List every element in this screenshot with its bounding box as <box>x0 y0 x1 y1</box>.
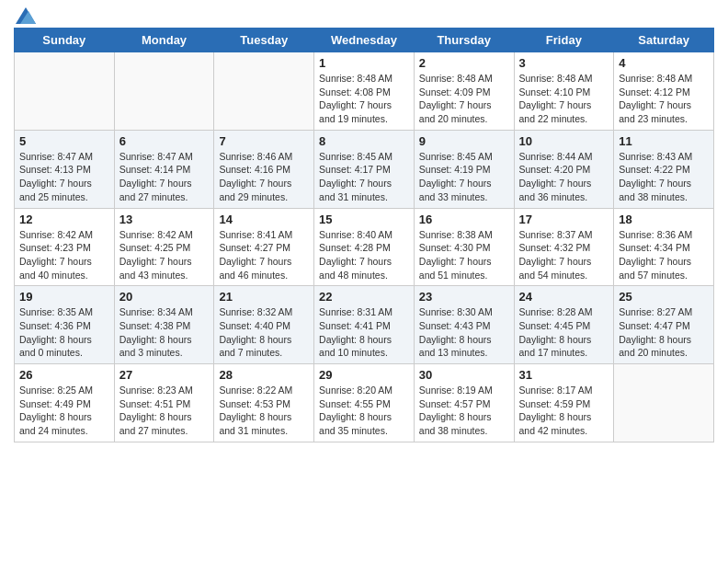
calendar-cell: 28Sunrise: 8:22 AM Sunset: 4:53 PM Dayli… <box>214 364 314 442</box>
day-info: Sunrise: 8:37 AM Sunset: 4:32 PM Dayligh… <box>519 228 609 282</box>
day-number: 3 <box>519 56 609 70</box>
calendar-cell: 25Sunrise: 8:27 AM Sunset: 4:47 PM Dayli… <box>614 286 714 364</box>
day-info: Sunrise: 8:46 AM Sunset: 4:16 PM Dayligh… <box>219 150 309 204</box>
calendar-cell: 8Sunrise: 8:45 AM Sunset: 4:17 PM Daylig… <box>314 130 415 208</box>
day-info: Sunrise: 8:19 AM Sunset: 4:57 PM Dayligh… <box>419 384 509 438</box>
day-number: 5 <box>19 134 109 148</box>
day-info: Sunrise: 8:31 AM Sunset: 4:41 PM Dayligh… <box>319 305 409 360</box>
day-info: Sunrise: 8:48 AM Sunset: 4:09 PM Dayligh… <box>419 72 509 126</box>
day-info: Sunrise: 8:30 AM Sunset: 4:43 PM Dayligh… <box>419 305 509 360</box>
day-number: 20 <box>119 290 210 304</box>
day-info: Sunrise: 8:22 AM Sunset: 4:53 PM Dayligh… <box>219 384 309 438</box>
day-number: 16 <box>419 213 509 226</box>
day-number: 24 <box>519 290 609 304</box>
day-header-tuesday: Tuesday <box>214 29 314 52</box>
day-info: Sunrise: 8:20 AM Sunset: 4:55 PM Dayligh… <box>319 384 409 438</box>
calendar-cell <box>15 52 115 131</box>
day-number: 4 <box>619 56 709 70</box>
day-number: 30 <box>419 368 509 382</box>
calendar-week-row: 26Sunrise: 8:25 AM Sunset: 4:49 PM Dayli… <box>15 364 714 442</box>
day-info: Sunrise: 8:48 AM Sunset: 4:10 PM Dayligh… <box>519 72 609 126</box>
logo <box>14 9 36 20</box>
day-info: Sunrise: 8:47 AM Sunset: 4:13 PM Dayligh… <box>19 150 109 204</box>
calendar-cell: 1Sunrise: 8:48 AM Sunset: 4:08 PM Daylig… <box>314 52 415 131</box>
day-info: Sunrise: 8:48 AM Sunset: 4:08 PM Dayligh… <box>319 72 409 126</box>
day-info: Sunrise: 8:36 AM Sunset: 4:34 PM Dayligh… <box>619 228 709 282</box>
calendar-cell: 12Sunrise: 8:42 AM Sunset: 4:23 PM Dayli… <box>15 208 115 286</box>
calendar-cell: 22Sunrise: 8:31 AM Sunset: 4:41 PM Dayli… <box>314 286 415 364</box>
calendar-cell: 31Sunrise: 8:17 AM Sunset: 4:59 PM Dayli… <box>514 364 614 442</box>
calendar-cell: 19Sunrise: 8:35 AM Sunset: 4:36 PM Dayli… <box>15 286 115 364</box>
day-info: Sunrise: 8:35 AM Sunset: 4:36 PM Dayligh… <box>19 305 109 360</box>
day-info: Sunrise: 8:17 AM Sunset: 4:59 PM Dayligh… <box>519 384 609 438</box>
calendar-cell: 5Sunrise: 8:47 AM Sunset: 4:13 PM Daylig… <box>15 130 115 208</box>
day-number: 12 <box>19 213 109 226</box>
calendar-cell: 14Sunrise: 8:41 AM Sunset: 4:27 PM Dayli… <box>214 208 314 286</box>
calendar-cell: 20Sunrise: 8:34 AM Sunset: 4:38 PM Dayli… <box>114 286 214 364</box>
day-number: 10 <box>519 134 609 148</box>
calendar-cell: 15Sunrise: 8:40 AM Sunset: 4:28 PM Dayli… <box>314 208 415 286</box>
calendar-cell: 6Sunrise: 8:47 AM Sunset: 4:14 PM Daylig… <box>114 130 214 208</box>
calendar-cell: 3Sunrise: 8:48 AM Sunset: 4:10 PM Daylig… <box>514 52 614 131</box>
calendar-cell: 30Sunrise: 8:19 AM Sunset: 4:57 PM Dayli… <box>414 364 514 442</box>
calendar-cell <box>214 52 314 131</box>
calendar-cell: 7Sunrise: 8:46 AM Sunset: 4:16 PM Daylig… <box>214 130 314 208</box>
day-info: Sunrise: 8:48 AM Sunset: 4:12 PM Dayligh… <box>619 72 709 126</box>
day-number: 9 <box>419 134 509 148</box>
day-info: Sunrise: 8:40 AM Sunset: 4:28 PM Dayligh… <box>319 228 409 282</box>
day-number: 8 <box>319 134 409 148</box>
day-header-saturday: Saturday <box>614 29 714 52</box>
calendar-week-row: 5Sunrise: 8:47 AM Sunset: 4:13 PM Daylig… <box>15 130 714 208</box>
day-number: 31 <box>519 368 609 382</box>
day-number: 19 <box>19 290 109 304</box>
calendar-cell: 2Sunrise: 8:48 AM Sunset: 4:09 PM Daylig… <box>414 52 514 131</box>
day-number: 17 <box>519 213 609 226</box>
calendar-cell: 4Sunrise: 8:48 AM Sunset: 4:12 PM Daylig… <box>614 52 714 131</box>
day-info: Sunrise: 8:25 AM Sunset: 4:49 PM Dayligh… <box>19 384 109 438</box>
day-number: 28 <box>219 368 309 382</box>
day-number: 13 <box>119 213 210 226</box>
calendar-cell: 18Sunrise: 8:36 AM Sunset: 4:34 PM Dayli… <box>614 208 714 286</box>
calendar-cell: 10Sunrise: 8:44 AM Sunset: 4:20 PM Dayli… <box>514 130 614 208</box>
day-info: Sunrise: 8:34 AM Sunset: 4:38 PM Dayligh… <box>119 305 210 360</box>
day-number: 22 <box>319 290 409 304</box>
calendar-cell: 29Sunrise: 8:20 AM Sunset: 4:55 PM Dayli… <box>314 364 415 442</box>
day-number: 7 <box>219 134 309 148</box>
day-header-monday: Monday <box>114 29 214 52</box>
day-number: 29 <box>319 368 409 382</box>
calendar-week-row: 19Sunrise: 8:35 AM Sunset: 4:36 PM Dayli… <box>15 286 714 364</box>
calendar-cell: 24Sunrise: 8:28 AM Sunset: 4:45 PM Dayli… <box>514 286 614 364</box>
calendar-week-row: 1Sunrise: 8:48 AM Sunset: 4:08 PM Daylig… <box>15 52 714 131</box>
calendar-cell: 26Sunrise: 8:25 AM Sunset: 4:49 PM Dayli… <box>15 364 115 442</box>
day-number: 18 <box>619 213 709 226</box>
day-number: 2 <box>419 56 509 70</box>
day-number: 15 <box>319 213 409 226</box>
calendar-cell: 9Sunrise: 8:45 AM Sunset: 4:19 PM Daylig… <box>414 130 514 208</box>
day-info: Sunrise: 8:42 AM Sunset: 4:23 PM Dayligh… <box>19 228 109 282</box>
day-number: 26 <box>19 368 109 382</box>
calendar-cell <box>114 52 214 131</box>
day-info: Sunrise: 8:41 AM Sunset: 4:27 PM Dayligh… <box>219 228 309 282</box>
logo-icon <box>16 7 36 24</box>
day-number: 14 <box>219 213 309 226</box>
day-info: Sunrise: 8:44 AM Sunset: 4:20 PM Dayligh… <box>519 150 609 204</box>
day-number: 1 <box>319 56 409 70</box>
calendar-cell: 23Sunrise: 8:30 AM Sunset: 4:43 PM Dayli… <box>414 286 514 364</box>
day-info: Sunrise: 8:43 AM Sunset: 4:22 PM Dayligh… <box>619 150 709 204</box>
calendar-week-row: 12Sunrise: 8:42 AM Sunset: 4:23 PM Dayli… <box>15 208 714 286</box>
day-number: 6 <box>119 134 210 148</box>
calendar-cell: 11Sunrise: 8:43 AM Sunset: 4:22 PM Dayli… <box>614 130 714 208</box>
day-number: 25 <box>619 290 709 304</box>
calendar-cell: 16Sunrise: 8:38 AM Sunset: 4:30 PM Dayli… <box>414 208 514 286</box>
header <box>14 9 714 20</box>
calendar-cell: 17Sunrise: 8:37 AM Sunset: 4:32 PM Dayli… <box>514 208 614 286</box>
day-info: Sunrise: 8:28 AM Sunset: 4:45 PM Dayligh… <box>519 305 609 360</box>
day-number: 27 <box>119 368 210 382</box>
day-header-friday: Friday <box>514 29 614 52</box>
calendar: SundayMondayTuesdayWednesdayThursdayFrid… <box>14 28 714 442</box>
day-info: Sunrise: 8:45 AM Sunset: 4:17 PM Dayligh… <box>319 150 409 204</box>
calendar-cell: 13Sunrise: 8:42 AM Sunset: 4:25 PM Dayli… <box>114 208 214 286</box>
day-info: Sunrise: 8:23 AM Sunset: 4:51 PM Dayligh… <box>119 384 210 438</box>
day-info: Sunrise: 8:27 AM Sunset: 4:47 PM Dayligh… <box>619 305 709 360</box>
day-info: Sunrise: 8:47 AM Sunset: 4:14 PM Dayligh… <box>119 150 210 204</box>
